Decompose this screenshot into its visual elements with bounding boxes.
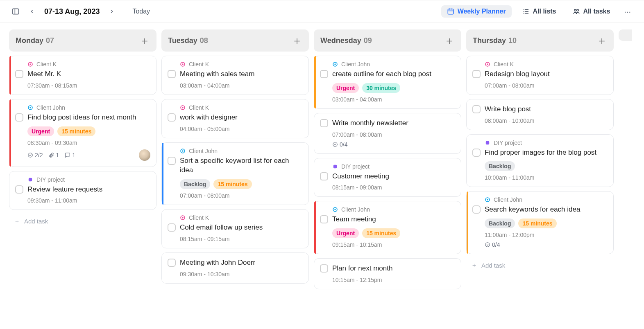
svg-rect-0 bbox=[13, 9, 19, 14]
task-title: Write monthly newsletter bbox=[332, 118, 408, 128]
task-time: 03:00am - 04:00am bbox=[320, 96, 455, 103]
task-card[interactable]: Client John Team meeting Urgent15 minute… bbox=[314, 201, 461, 254]
category-label: Client John bbox=[341, 61, 370, 68]
task-title: work with designer bbox=[180, 113, 238, 122]
task-category: Client John bbox=[320, 61, 455, 68]
task-tags: Backlog bbox=[472, 161, 608, 171]
task-checkbox[interactable] bbox=[320, 172, 328, 180]
add-task-icon[interactable]: ＋ bbox=[596, 35, 607, 46]
task-checkbox[interactable] bbox=[472, 149, 481, 157]
column-header: Thursday10 ＋ bbox=[466, 29, 614, 52]
task-checkbox[interactable] bbox=[320, 264, 328, 273]
task-card[interactable]: Client K work with designer 04:00am - 05… bbox=[161, 99, 309, 138]
task-card[interactable]: Client John Search keywords for each ide… bbox=[466, 191, 614, 254]
category-icon bbox=[180, 215, 186, 221]
day-column: Tuesday08 ＋ Client K Meeting with sales … bbox=[161, 29, 309, 289]
task-tags: Urgent30 minutes bbox=[320, 83, 455, 93]
task-card[interactable]: Client John Sort a specific keyword list… bbox=[161, 142, 309, 205]
assignee-avatar[interactable] bbox=[139, 149, 150, 161]
svg-point-35 bbox=[487, 63, 488, 65]
task-time: 11:00am - 12:00pm bbox=[472, 232, 608, 238]
tag-15-minutes: 15 minutes bbox=[518, 219, 556, 228]
task-category: Client John bbox=[15, 104, 150, 111]
category-label: Client John bbox=[36, 104, 65, 111]
task-checkbox[interactable] bbox=[472, 105, 481, 113]
svg-rect-2 bbox=[448, 9, 454, 14]
all-tasks-button[interactable]: All tasks bbox=[567, 5, 616, 18]
task-card[interactable]: Meeting with John Doerr 09:30am - 10:30a… bbox=[161, 252, 309, 284]
task-tags: Backlog15 minutes bbox=[168, 179, 303, 189]
sidebar-toggle-icon[interactable] bbox=[10, 6, 21, 17]
all-lists-button[interactable]: All lists bbox=[517, 5, 562, 18]
task-checkbox[interactable] bbox=[472, 205, 481, 214]
column-header: Wednesday09 ＋ bbox=[314, 29, 461, 52]
task-time: 08:15am - 09:15am bbox=[168, 236, 303, 242]
task-card[interactable]: Client K Meet Mr. K 07:30am - 08:15am bbox=[9, 56, 156, 95]
task-title: Meet Mr. K bbox=[27, 69, 61, 79]
column-header: Monday07 ＋ bbox=[9, 29, 156, 52]
task-tags: Urgent15 minutes bbox=[320, 228, 455, 238]
task-time: 09:30am - 10:30am bbox=[168, 271, 303, 277]
add-task-button[interactable]: ＋Add task bbox=[466, 258, 614, 273]
category-icon bbox=[180, 61, 186, 67]
task-time: 07:00am - 08:00am bbox=[168, 192, 303, 199]
task-card[interactable]: Write blog post 08:00am - 10:00am bbox=[466, 99, 614, 130]
task-card[interactable]: DIY project Customer meeting 08:15am - 0… bbox=[314, 158, 461, 197]
next-week-button[interactable] bbox=[106, 6, 118, 17]
svg-point-27 bbox=[182, 217, 184, 219]
task-title: Customer meeting bbox=[332, 171, 389, 181]
task-title: Review feature requests bbox=[27, 185, 102, 194]
svg-point-11 bbox=[524, 13, 524, 14]
task-title: Redesign blog layout bbox=[485, 69, 550, 79]
task-checkbox[interactable] bbox=[168, 70, 176, 78]
svg-rect-36 bbox=[486, 141, 489, 144]
task-card[interactable]: Client K Meeting with sales team 03:00am… bbox=[161, 56, 309, 95]
weekly-planner-button[interactable]: Weekly Planner bbox=[441, 5, 512, 18]
task-meta: 0/4 bbox=[472, 241, 608, 248]
task-checkbox[interactable] bbox=[320, 70, 328, 78]
task-checkbox[interactable] bbox=[320, 215, 328, 223]
add-task-icon[interactable]: ＋ bbox=[444, 35, 455, 46]
task-tags: Backlog15 minutes bbox=[472, 219, 608, 228]
task-checkbox[interactable] bbox=[15, 185, 23, 194]
prev-week-button[interactable] bbox=[26, 6, 38, 17]
task-checkbox[interactable] bbox=[15, 70, 23, 78]
task-card[interactable]: Write monthly newsletter 07:00am - 08:00… bbox=[314, 113, 461, 154]
task-checkbox[interactable] bbox=[168, 157, 176, 165]
add-task-icon[interactable]: ＋ bbox=[292, 35, 302, 46]
task-card[interactable]: Client John Find blog post ideas for nex… bbox=[9, 99, 156, 167]
svg-point-10 bbox=[524, 11, 524, 12]
task-checkbox[interactable] bbox=[320, 119, 328, 127]
task-card[interactable]: DIY project Find proper images for the b… bbox=[466, 134, 614, 187]
task-card[interactable]: Client K Redesign blog layout 07:00am - … bbox=[466, 56, 614, 95]
task-checkbox[interactable] bbox=[168, 113, 176, 122]
svg-point-17 bbox=[29, 107, 31, 108]
task-time: 07:30am - 08:15am bbox=[15, 82, 150, 89]
task-category: Client K bbox=[168, 104, 303, 111]
column-title: Thursday10 bbox=[473, 36, 517, 45]
tag-30-minutes: 30 minutes bbox=[362, 83, 400, 93]
task-checkbox[interactable] bbox=[168, 259, 176, 267]
add-task-button[interactable]: ＋Add task bbox=[9, 214, 156, 228]
category-label: DIY project bbox=[36, 176, 65, 183]
svg-point-15 bbox=[29, 63, 31, 65]
tag-urgent: Urgent bbox=[332, 228, 359, 238]
task-card[interactable]: DIY project Review feature requests 09:3… bbox=[9, 171, 156, 210]
task-checkbox[interactable] bbox=[15, 113, 23, 122]
day-column: Monday07 ＋ Client K Meet Mr. K 07:30am -… bbox=[9, 29, 156, 289]
task-card[interactable]: Client K Cold email follow up series 08:… bbox=[161, 209, 309, 248]
task-card[interactable]: Client John create outline for each blog… bbox=[314, 56, 461, 109]
add-task-icon[interactable]: ＋ bbox=[139, 35, 150, 46]
category-icon bbox=[27, 61, 33, 67]
task-checkbox[interactable] bbox=[168, 223, 176, 232]
subtasks-count: 2/2 bbox=[27, 152, 43, 158]
subtasks-count: 0/4 bbox=[332, 141, 347, 148]
category-label: DIY project bbox=[494, 140, 522, 146]
tag-backlog: Backlog bbox=[180, 179, 210, 189]
plus-icon: ＋ bbox=[471, 261, 477, 269]
task-checkbox[interactable] bbox=[472, 70, 481, 78]
weekly-planner-label: Weekly Planner bbox=[458, 8, 506, 15]
more-menu-icon[interactable]: ··· bbox=[621, 5, 634, 18]
task-card[interactable]: Plan for next month 10:15am - 12:15pm bbox=[314, 258, 461, 289]
today-button[interactable]: Today bbox=[132, 8, 150, 15]
